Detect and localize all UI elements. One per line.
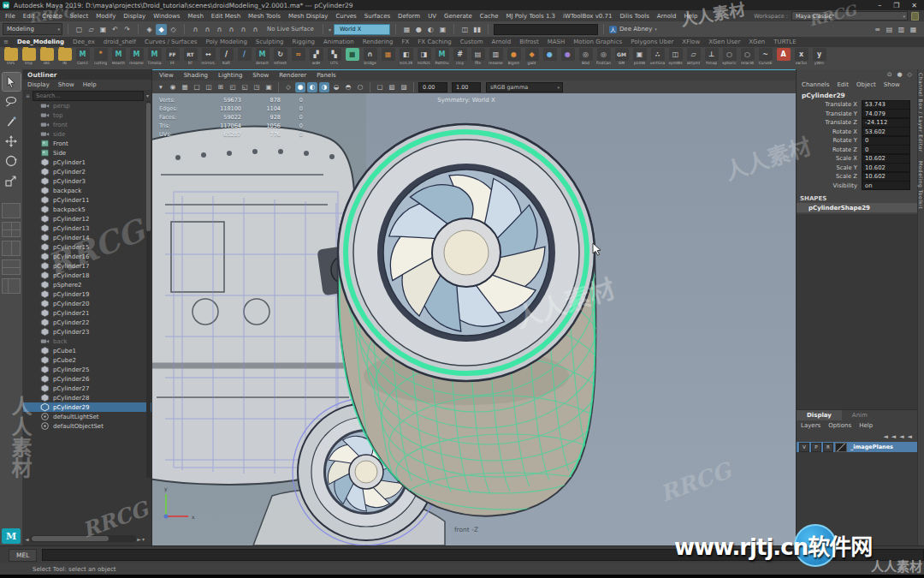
maximize-button[interactable]: ❐ xyxy=(893,2,899,9)
gamma-field[interactable]: 1.00 xyxy=(452,82,481,92)
textured-icon[interactable]: ◐ xyxy=(307,82,317,92)
attribute-value-field[interactable]: 10.602 xyxy=(862,172,910,182)
menu-generate[interactable]: Generate xyxy=(444,13,472,20)
channelbox-menu-object[interactable]: Object xyxy=(856,81,876,88)
lasso-tool[interactable] xyxy=(3,92,21,110)
film-gate-icon[interactable]: ◰ xyxy=(228,82,238,92)
shelf-button-tmp[interactable]: tmp xyxy=(21,48,37,65)
layers-menu-options[interactable]: Options xyxy=(828,422,851,429)
signed-in-user[interactable]: 人 Dee Abney ▾ xyxy=(609,26,657,33)
motion-blur-icon[interactable]: ○ xyxy=(355,82,365,92)
shelf-button-item[interactable]: A xyxy=(775,48,791,61)
shelf-button-uts[interactable]: ▚UTS xyxy=(326,48,342,65)
shelf-button-curvee[interactable]: ~CurveE xyxy=(757,48,773,65)
snap-point-icon[interactable]: ∩ xyxy=(214,24,225,35)
shelf-button-vertsna[interactable]: ∴vertSna xyxy=(649,48,666,65)
menu-set-dropdown[interactable]: Modeling xyxy=(3,23,62,35)
empty-layer-icon[interactable]: ◄ xyxy=(899,433,903,440)
workspace-dropdown[interactable]: Maya Classic* xyxy=(791,11,908,21)
shelf-button-ywm[interactable]: yyWm xyxy=(811,48,827,65)
shelf-button-timelia[interactable]: MTimelia xyxy=(146,48,163,65)
outliner-item-pcube1[interactable]: pCube1 xyxy=(23,346,151,355)
attribute-value-field[interactable]: -24.112 xyxy=(862,118,910,128)
layer-toggle-p[interactable]: P xyxy=(811,443,821,452)
shelf-tab-xflow[interactable]: XFlow xyxy=(682,39,700,45)
gate-mask-icon[interactable]: ◳ xyxy=(252,82,262,92)
attribute-value-field[interactable]: 10.602 xyxy=(862,154,910,164)
layers-menu-help[interactable]: Help xyxy=(859,422,873,429)
shelf-button-item[interactable]: ≈ xyxy=(290,48,306,61)
outliner-menu-help[interactable]: Help xyxy=(83,81,97,88)
undo-icon[interactable]: ↶ xyxy=(110,24,121,35)
select-component-icon[interactable]: ◇ xyxy=(168,24,179,35)
shelf-button-in[interactable]: IN xyxy=(56,48,73,65)
outliner-item-backpack5[interactable]: backpack5 xyxy=(23,205,151,214)
outliner-item-psphere2[interactable]: pSphere2 xyxy=(23,280,151,289)
viewport-canvas[interactable]: x y Symmetry: World X front -Z xyxy=(152,93,796,545)
outliner-item-pcylinder23[interactable]: pCylinder23 xyxy=(23,327,151,337)
menu-iwtoolbox-v0-71[interactable]: iWToolBox v0.71 xyxy=(563,13,612,20)
shelf-tab-droid-shelf[interactable]: droid_shelf xyxy=(104,39,136,45)
outliner-item-top[interactable]: top xyxy=(23,110,151,120)
shape-node-name[interactable]: pCylinderShape29 xyxy=(797,203,917,212)
menu-windows[interactable]: Windows xyxy=(153,13,180,20)
outliner-item-front[interactable]: Front xyxy=(23,139,151,148)
scroll-left-icon[interactable]: ◄ xyxy=(25,536,29,542)
outliner-item-pcylinder22[interactable]: pCylinder22 xyxy=(23,318,151,327)
menu-help[interactable]: Help xyxy=(684,13,697,20)
shelf-button-wdh[interactable]: ▞wdH xyxy=(308,48,324,65)
shelf-tab-sculpting[interactable]: Sculpting xyxy=(256,39,284,45)
viewport-menu-lighting[interactable]: Lighting xyxy=(218,72,242,79)
shelf-tab-turtle[interactable]: TURTLE xyxy=(773,39,796,45)
layer-toggle-r[interactable]: R xyxy=(823,443,833,452)
title-bar[interactable]: M Autodesk Maya 2019: D:\maya\projects\D… xyxy=(0,0,924,10)
menu-select[interactable]: Select xyxy=(70,13,89,20)
shelf-tab-mash[interactable]: MASH xyxy=(548,39,566,45)
shelf-tab-xgen-user[interactable]: XGen User xyxy=(708,39,740,45)
sidebar-tool-settings-icon[interactable]: ▤ xyxy=(884,24,895,35)
render-icon[interactable]: ▦ xyxy=(401,24,412,35)
mel-language-button[interactable]: MEL xyxy=(9,549,37,562)
pause-viewport-icon[interactable]: ▮▮ xyxy=(471,24,483,35)
sidebar-modeling-toolkit-icon[interactable]: ▦ xyxy=(908,24,919,35)
outliner-item-pcylinder21[interactable]: pCylinder21 xyxy=(23,308,151,318)
shelf-tab-fx[interactable]: FX xyxy=(402,39,410,45)
outliner-item-pcylinder14[interactable]: pCylinder14 xyxy=(23,233,151,242)
outliner-item-pcube2[interactable]: pCube2 xyxy=(23,355,151,365)
shelf-tab-bifrost[interactable]: Bifrost xyxy=(519,39,539,45)
outliner-item-pcylinder20[interactable]: pCylinder20 xyxy=(23,299,151,308)
shelf-tab-dee-ex[interactable]: Dee_ex xyxy=(73,39,95,45)
outliner-search-dropdown-icon[interactable]: ▾ xyxy=(146,92,149,98)
shelf-button-ias[interactable]: IAS xyxy=(38,48,55,65)
menu-mesh[interactable]: Mesh xyxy=(187,13,203,20)
attribute-value-field[interactable]: 10.602 xyxy=(862,163,910,172)
viewport-menu-show[interactable]: Show xyxy=(252,72,269,79)
show-keyable-icon[interactable]: ⊙ xyxy=(887,71,892,78)
attribute-value-field[interactable]: 0 xyxy=(862,136,910,146)
shelf-button-gabt[interactable]: ◆gabt xyxy=(524,48,540,65)
shelf-button-mirl2r[interactable]: ◧mirL2R xyxy=(398,48,414,65)
outliner-item-pcylinder27[interactable]: pCylinder27 xyxy=(23,384,151,393)
menu-cache[interactable]: Cache xyxy=(480,13,499,20)
shelf-button-xwtoo[interactable]: xxwToo xyxy=(793,48,809,65)
image-plane-icon[interactable]: ◫ xyxy=(204,82,214,92)
shelf-tab-rendering[interactable]: Rendering xyxy=(363,39,394,45)
shelf-tab-arnold[interactable]: Arnold xyxy=(492,39,512,45)
shelf-button-ff[interactable]: FFFF xyxy=(164,48,181,65)
shelf-button-symws[interactable]: ◫symWs xyxy=(667,48,684,65)
scroll-right-icon[interactable]: ► xyxy=(137,536,141,542)
snap-curve-icon[interactable]: ∩ xyxy=(202,24,213,35)
outliner-item-pcylinder18[interactable]: pCylinder18 xyxy=(23,271,151,280)
mel-input-field[interactable] xyxy=(42,549,924,561)
shelf-button-hearth[interactable]: MHearth xyxy=(110,48,127,65)
menu-mesh-display[interactable]: Mesh Display xyxy=(288,13,328,20)
shelf-button-ctcp[interactable]: #ctcp xyxy=(452,48,468,65)
shelf-button-refresh[interactable]: ↻refresh xyxy=(272,48,288,65)
ipr-render-icon[interactable]: ● xyxy=(413,24,424,35)
layer-tab-anim[interactable]: Anim xyxy=(842,410,878,420)
shelf-button-bbd[interactable]: ◎Bbd xyxy=(578,48,594,65)
select-camera-icon[interactable]: ▾ xyxy=(156,82,166,92)
outliner-item-front[interactable]: front xyxy=(23,120,151,129)
shelf-button-ysnap[interactable]: ⊥Ysnap xyxy=(703,48,720,65)
redo-icon[interactable]: ↷ xyxy=(121,24,133,35)
